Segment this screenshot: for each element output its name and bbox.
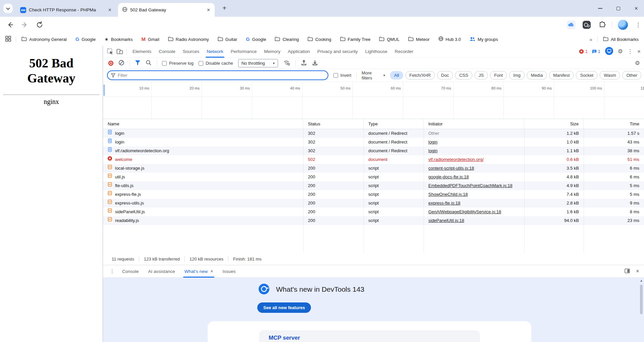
drawer-tab-ai-assistance[interactable]: AI assistance (144, 265, 180, 278)
filter-chip-other[interactable]: Other (622, 71, 641, 79)
drawer-scrollbar[interactable]: ▲ (639, 278, 644, 342)
bookmark-item[interactable]: ★Bookmarks (104, 37, 133, 42)
initiator-link[interactable]: content-script-utils.js:18 (428, 166, 474, 171)
tab-recorder[interactable]: Recorder (391, 46, 417, 58)
devtools-menu-icon[interactable]: ⋮ (627, 48, 633, 55)
bookmark-item[interactable]: Clearing (275, 37, 299, 42)
settings-gear-icon[interactable]: ⚙ (618, 49, 623, 54)
split-panel-icon[interactable] (625, 269, 630, 274)
filter-chip-media[interactable]: Media (527, 71, 547, 79)
export-har-icon[interactable] (312, 60, 318, 67)
table-row[interactable]: express-utils.js200scriptexpress-fte.js:… (103, 199, 644, 208)
filter-chip-css[interactable]: CSS (455, 71, 472, 79)
reload-button[interactable] (36, 21, 44, 29)
scrollbar-thumb[interactable] (640, 285, 643, 314)
bookmark-item[interactable]: Family Tree (340, 37, 371, 42)
filter-chip-font[interactable]: Font (490, 71, 507, 79)
tab-search-button[interactable] (3, 4, 13, 13)
initiator-link[interactable]: EmbeddedPDFTouchPointCoachMark.js:18 (428, 183, 513, 188)
table-row[interactable]: readability.js200scriptsidePanelUtil.js:… (103, 216, 644, 225)
devtools-promo-icon[interactable] (605, 47, 613, 56)
feature-title[interactable]: MCP server (269, 335, 300, 341)
inspect-element-icon[interactable] (106, 47, 115, 56)
record-network-log-button[interactable] (108, 61, 113, 66)
table-row[interactable]: express-fte.js200scriptShowOneChild.js:1… (103, 190, 644, 199)
column-header-status[interactable]: Status (303, 119, 364, 129)
window-maximize-button[interactable] (616, 7, 620, 10)
request-name-cell[interactable]: login (103, 129, 303, 138)
filter-chip-socket[interactable]: Socket (576, 71, 597, 79)
initiator-link[interactable]: vlf.radiometeordetection.org/ (428, 157, 484, 162)
search-icon[interactable] (146, 60, 152, 67)
request-name-cell[interactable]: express-fte.js (103, 190, 303, 199)
more-filters-button[interactable]: More filters ▾ (362, 70, 385, 80)
browser-menu-icon[interactable]: ⋮ (635, 21, 641, 28)
bookmark-item[interactable]: Astronomy General (21, 37, 67, 42)
initiator-link[interactable]: google-docs-fte.js:18 (428, 174, 469, 179)
tab-sources[interactable]: Sources (179, 46, 203, 58)
filter-chip-doc[interactable]: Doc (437, 71, 453, 79)
extensions-puzzle-icon[interactable] (598, 20, 606, 30)
message-badge[interactable]: 1 (592, 49, 600, 54)
drawer-tab-console[interactable]: Console (117, 265, 144, 278)
browser-tab-inactive[interactable]: ew Check HTTP Response - PHPMa × (16, 3, 116, 17)
extension-dark-icon[interactable] (582, 20, 591, 31)
table-row[interactable]: util.js200scriptgoogle-docs-fte.js:184.8… (103, 173, 644, 181)
request-name-cell[interactable]: login (103, 138, 303, 147)
request-name-cell[interactable]: fte-utils.js (103, 181, 303, 190)
request-name-cell[interactable]: express-utils.js (103, 199, 303, 208)
bookmark-item[interactable]: Guitar (218, 37, 237, 42)
clear-network-log-icon[interactable] (118, 60, 124, 67)
column-header-time[interactable]: Time (584, 119, 644, 129)
bookmark-item[interactable]: Cooking (308, 37, 331, 42)
network-settings-gear-icon[interactable]: ⚙ (635, 60, 640, 66)
bookmark-item[interactable]: Hub 3.0 (438, 36, 461, 42)
bookmark-item[interactable]: Radio Astronomy (168, 37, 209, 42)
back-button[interactable] (6, 21, 14, 29)
window-minimize-button[interactable] (598, 8, 602, 9)
new-tab-button[interactable]: + (220, 4, 229, 13)
initiator-link[interactable]: express-fte.js:18 (428, 201, 460, 206)
apps-grid-icon[interactable] (5, 36, 11, 43)
tab-performance[interactable]: Performance (227, 46, 260, 58)
request-name-cell[interactable]: sidePanelUtil.js (103, 208, 303, 216)
drawer-menu-icon[interactable]: ⋮ (107, 268, 117, 274)
request-name-cell[interactable]: readability.js (103, 216, 303, 225)
table-row[interactable]: welcome502documentvlf.radiometeordetecti… (103, 155, 644, 164)
network-conditions-icon[interactable] (283, 60, 290, 67)
cloud-extension-icon[interactable] (567, 20, 576, 31)
drawer-close-icon[interactable]: × (636, 268, 639, 275)
column-header-name[interactable]: Name (103, 119, 303, 129)
initiator-link[interactable]: sidePanelUtil.js:18 (428, 218, 464, 223)
see-all-features-button[interactable]: See all new features (257, 302, 311, 313)
column-header-size[interactable]: Size (524, 119, 584, 129)
bookmark-item[interactable]: GGoogle (246, 37, 266, 42)
browser-tab-active[interactable]: 502 Bad Gateway × (118, 3, 215, 17)
all-bookmarks-button[interactable]: All Bookmarks (603, 37, 639, 42)
filter-input-wrap[interactable] (107, 70, 328, 80)
drawer-tab-what-s-new[interactable]: What's new× (180, 265, 218, 278)
disable-cache-checkbox[interactable]: Disable cache (199, 61, 233, 66)
import-har-icon[interactable] (301, 60, 307, 67)
bookmarks-overflow-icon[interactable]: » (590, 37, 592, 42)
bookmark-item[interactable]: Meteor (408, 37, 429, 42)
throttling-select[interactable]: No throttling ▾ (238, 59, 278, 67)
initiator-link[interactable]: GenAIWebpageEligibilityService.js:18 (428, 209, 501, 214)
close-icon[interactable]: × (108, 7, 112, 13)
error-badge[interactable]: 1 (579, 49, 588, 54)
forward-button[interactable] (21, 21, 29, 29)
filter-chip-manifest[interactable]: Manifest (549, 71, 574, 79)
table-row[interactable]: local-storage.js200scriptcontent-script-… (103, 164, 644, 173)
bookmark-item[interactable]: My groups (470, 37, 498, 42)
table-row[interactable]: sidePanelUtil.js200scriptGenAIWebpageEli… (103, 208, 644, 216)
close-icon[interactable]: × (206, 7, 211, 13)
table-row[interactable]: fte-utils.js200scriptEmbeddedPDFTouchPoi… (103, 181, 644, 190)
device-toolbar-icon[interactable] (115, 47, 124, 56)
tab-network[interactable]: Network (203, 46, 227, 58)
filter-chip-wasm[interactable]: Wasm (600, 71, 620, 79)
scroll-up-icon[interactable]: ▲ (639, 279, 644, 282)
filter-chip-img[interactable]: Img (509, 71, 525, 79)
table-row[interactable]: login302document / Redirectlogin1.0 kB43… (103, 138, 644, 147)
request-name-cell[interactable]: local-storage.js (103, 164, 303, 173)
bookmark-item[interactable]: GGoogle (75, 37, 96, 42)
